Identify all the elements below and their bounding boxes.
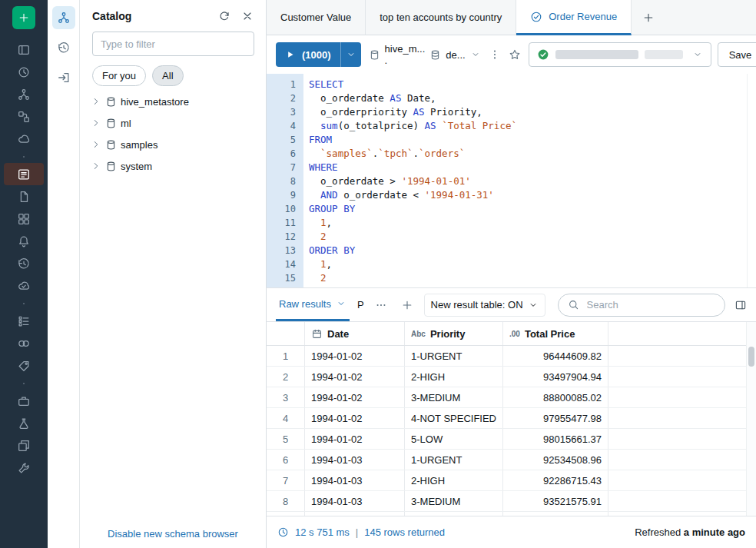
insert-tab[interactable] — [52, 66, 75, 89]
code-line-10[interactable]: 10GROUP BY — [267, 202, 756, 216]
catalog-tree-item-hive_metastore[interactable]: hive_metastore — [80, 91, 266, 112]
warehouse-selector[interactable] — [529, 42, 711, 67]
raw-results-tab[interactable]: Raw results — [276, 288, 350, 321]
code-line-1[interactable]: 1SELECT — [267, 78, 756, 91]
dashboards-nav[interactable] — [4, 208, 44, 230]
new-result-table-toggle[interactable]: New result table: ON — [424, 294, 545, 317]
code-line-11[interactable]: 11 1, — [267, 216, 756, 230]
catalog-tree-item-system[interactable]: system — [80, 155, 266, 177]
priority-cell: 5-LOW — [405, 429, 503, 449]
table-row[interactable]: 81994-01-033-MEDIUM93521575.91 — [267, 491, 756, 512]
decimal-type-icon: .00 — [509, 330, 520, 338]
filter-chip-all[interactable]: All — [152, 65, 183, 86]
catalog-tree-item-ml[interactable]: ml — [80, 112, 266, 134]
code-line-7[interactable]: 7WHERE — [267, 161, 756, 174]
chevron-down-icon — [470, 49, 481, 60]
results-scrollbar[interactable] — [746, 322, 756, 516]
editor-scrollbar[interactable] — [747, 74, 756, 287]
code-line-8[interactable]: 8 o_orderdate > '1994-01-01' — [267, 174, 756, 188]
table-row[interactable]: 21994-01-022-HIGH93497904.94 — [267, 367, 756, 387]
model-serving-nav[interactable] — [4, 390, 44, 412]
chevron-right-icon[interactable] — [91, 118, 101, 128]
workflows-nav[interactable] — [4, 105, 44, 128]
add-tab-button[interactable] — [632, 0, 665, 35]
experiments-nav[interactable] — [4, 412, 44, 434]
code-line-15[interactable]: 15 2 — [267, 271, 756, 285]
apps-nav[interactable] — [4, 434, 44, 457]
disable-schema-browser-link[interactable]: Disable new schema browser — [80, 528, 266, 540]
code-line-12[interactable]: 12 2 — [267, 230, 756, 244]
clock-icon — [277, 526, 289, 538]
scrollbar-thumb[interactable] — [748, 347, 754, 367]
code-line-14[interactable]: 14 1, — [267, 257, 756, 271]
code-line-5[interactable]: 5FROM — [267, 133, 756, 147]
dev-tools-nav[interactable] — [4, 457, 44, 479]
alerts-nav[interactable] — [4, 230, 44, 252]
side-panel-toggle[interactable] — [734, 299, 747, 311]
column-header-date[interactable]: Date — [305, 322, 405, 345]
tab-label: Customer Value — [280, 12, 351, 23]
delta-live-tables-nav[interactable] — [4, 354, 44, 377]
new-button[interactable] — [12, 6, 35, 29]
column-header-total-price[interactable]: .00 Total Price — [503, 322, 608, 345]
save-button[interactable]: Save — [718, 42, 756, 67]
table-row[interactable]: 61994-01-031-URGENT92534508.96 — [267, 450, 756, 470]
data-ingestion-nav[interactable] — [4, 332, 44, 354]
tab-customer-value[interactable]: Customer Value — [267, 0, 366, 35]
query-history-nav[interactable] — [4, 252, 44, 274]
filter-chip-for-you[interactable]: For you — [92, 65, 146, 86]
sql-editor[interactable]: 1SELECT2 o_orderdate AS Date,3 o_orderpr… — [267, 74, 756, 287]
code-line-2[interactable]: 2 o_orderdate AS Date, — [267, 91, 756, 105]
workspace-nav[interactable] — [4, 38, 44, 61]
table-row[interactable]: 71994-01-032-HIGH92286715.43 — [267, 470, 756, 491]
line-number: 14 — [267, 257, 303, 271]
chevron-right-icon[interactable] — [91, 139, 101, 150]
catalog-filter-input[interactable] — [92, 32, 254, 56]
more-options-button[interactable] — [489, 42, 501, 67]
search-input[interactable] — [585, 298, 715, 311]
code-line-13[interactable]: 13ORDER BY — [267, 244, 756, 257]
date-cell: 1994-01-02 — [305, 387, 405, 407]
list-icon — [17, 314, 31, 328]
table-row[interactable]: 11994-01-021-URGENT96444609.82 — [267, 346, 756, 367]
sql-editor-nav[interactable] — [4, 163, 44, 185]
column-header-priority[interactable]: Abc Priority — [405, 322, 503, 345]
code-line-3[interactable]: 3 o_orderpriority AS Priority, — [267, 105, 756, 119]
catalog-schema-selector[interactable]: hive_m... . de... — [369, 43, 481, 66]
partial-results-tab[interactable]: P — [357, 299, 364, 311]
tab-order-revenue[interactable]: Order Revenue — [516, 0, 632, 35]
table-row[interactable]: 41994-01-024-NOT SPECIFIED97955477.98 — [267, 408, 756, 429]
run-options-button[interactable] — [340, 42, 361, 67]
add-visualization-button[interactable] — [398, 293, 416, 317]
nav-divider-dot — [18, 377, 29, 390]
plus-icon — [18, 12, 30, 24]
table-row[interactable]: 31994-01-023-MEDIUM88800085.02 — [267, 387, 756, 408]
compute-nav[interactable] — [4, 128, 44, 150]
schema-browser-tab[interactable] — [52, 6, 75, 29]
close-icon[interactable] — [241, 10, 254, 22]
results-more-button[interactable] — [372, 293, 390, 317]
catalog-nav[interactable] — [4, 83, 44, 105]
code-line-6[interactable]: 6 `samples`.`tpch`.`orders` — [267, 147, 756, 161]
catalog-tree-item-samples[interactable]: samples — [80, 134, 266, 155]
row-number-header[interactable] — [267, 322, 305, 345]
table-row[interactable]: 51994-01-025-LOW98015661.37 — [267, 429, 756, 450]
queries-nav[interactable] — [4, 185, 44, 208]
history-tab[interactable] — [52, 36, 75, 59]
flask-icon — [17, 417, 31, 430]
table-row[interactable]: 91994-01-034-NOT SPECIFIED87568531.46 — [267, 512, 756, 516]
sql-warehouses-nav[interactable] — [4, 274, 44, 297]
code-line-9[interactable]: 9 AND o_orderdate < '1994-01-31' — [267, 188, 756, 202]
calendar-icon — [311, 328, 323, 340]
recents-nav[interactable] — [4, 61, 44, 83]
job-runs-nav[interactable] — [4, 310, 44, 332]
column-label: Total Price — [525, 328, 575, 340]
code-line-4[interactable]: 4 sum(o_totalprice) AS `Total Price` — [267, 119, 756, 133]
chevron-right-icon[interactable] — [91, 161, 101, 171]
chevron-right-icon[interactable] — [91, 96, 101, 107]
favorite-button[interactable] — [509, 42, 521, 67]
run-button[interactable]: (1000) — [276, 42, 340, 67]
refresh-icon[interactable] — [218, 10, 230, 22]
tab-top-ten-accounts-by-country[interactable]: top ten accounts by country — [366, 0, 516, 35]
play-icon — [285, 49, 296, 60]
